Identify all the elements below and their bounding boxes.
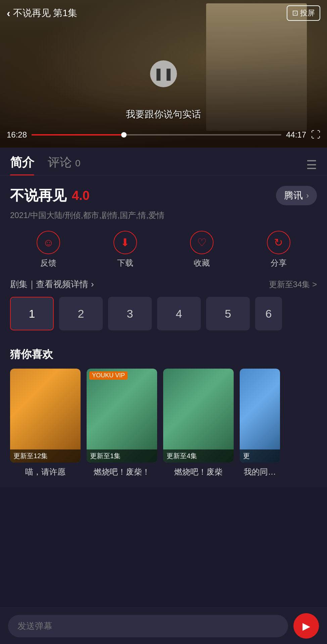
episodes-header: 剧集｜查看视频详情 › 更新至34集 > bbox=[10, 278, 317, 290]
rec-image-2 bbox=[87, 369, 157, 463]
action-buttons: ☺ 反馈 ⬇ 下载 ♡ 收藏 ↻ 分享 bbox=[10, 231, 317, 268]
rec-badge-1: 更新至12集 bbox=[10, 449, 81, 463]
rec-card-4[interactable]: 更 我的同… bbox=[240, 369, 280, 477]
platform-button[interactable]: 腾讯 › bbox=[276, 186, 317, 205]
favorite-icon: ♡ bbox=[190, 231, 214, 254]
comment-count: 0 bbox=[75, 158, 81, 168]
rec-card-2[interactable]: YOUKU VIP 更新至1集 燃烧吧！废柴！ bbox=[87, 369, 157, 477]
progress-track[interactable] bbox=[32, 134, 281, 136]
content-section: 不说再见 4.0 腾讯 › 2021/中国大陆/刑侦,都市,剧情,国产,情,爱情… bbox=[0, 176, 327, 347]
rec-title-3: 燃烧吧！废柴 bbox=[163, 467, 234, 477]
bottom-spacer bbox=[0, 487, 327, 528]
download-button[interactable]: ⬇ 下载 bbox=[113, 231, 137, 268]
episode-grid: 1 2 3 4 5 6 bbox=[10, 297, 317, 330]
platform-label: 腾讯 bbox=[284, 189, 303, 202]
progress-dot bbox=[121, 132, 127, 138]
show-rating: 4.0 bbox=[72, 189, 90, 203]
share-icon: ↻ bbox=[267, 231, 290, 254]
video-player: ‹ 不说再见 第1集 ⊡ 投屏 ❚❚ 我要跟你说句实话 16:28 44:17 … bbox=[0, 0, 327, 148]
comment-icon[interactable]: ☰ bbox=[306, 158, 317, 172]
share-label: 分享 bbox=[271, 258, 287, 268]
show-meta: 2021/中国大陆/刑侦,都市,剧情,国产,情,爱情 bbox=[10, 210, 317, 221]
tab-comment-label: 评论 bbox=[48, 155, 72, 169]
episodes-left-text: 剧集｜查看视频详情 bbox=[10, 278, 88, 290]
back-button[interactable]: ‹ 不说再见 第1集 bbox=[7, 7, 77, 19]
bottom-bar: ▶ bbox=[0, 607, 327, 644]
rec-title-4: 我的同… bbox=[240, 467, 280, 477]
rec-title-2: 燃烧吧！废柴！ bbox=[87, 467, 157, 477]
feedback-label: 反馈 bbox=[40, 258, 56, 268]
total-time: 44:17 bbox=[286, 130, 306, 140]
tab-intro-label: 简介 bbox=[10, 155, 34, 169]
episodes-arrow-icon: › bbox=[91, 279, 94, 289]
rec-image-1 bbox=[10, 369, 81, 463]
rec-badge-3: 更新至4集 bbox=[163, 449, 234, 463]
fullscreen-button[interactable]: ⛶ bbox=[311, 129, 320, 140]
tab-intro[interactable]: 简介 bbox=[10, 154, 34, 175]
pause-button[interactable]: ❚❚ bbox=[150, 60, 177, 87]
progress-fill bbox=[32, 134, 124, 136]
show-title-row: 不说再见 4.0 腾讯 › bbox=[10, 186, 317, 205]
back-arrow-icon: ‹ bbox=[7, 7, 10, 19]
tabs-left: 简介 评论 0 bbox=[10, 154, 81, 175]
favorite-label: 收藏 bbox=[194, 258, 210, 268]
video-top-bar: ‹ 不说再见 第1集 ⊡ 投屏 bbox=[0, 0, 327, 26]
tab-comment[interactable]: 评论 0 bbox=[48, 154, 81, 175]
cast-button[interactable]: ⊡ 投屏 bbox=[287, 5, 320, 21]
favorite-button[interactable]: ♡ 收藏 bbox=[190, 231, 214, 268]
download-icon: ⬇ bbox=[113, 231, 137, 254]
share-button[interactable]: ↻ 分享 bbox=[267, 231, 290, 268]
episode-button-4[interactable]: 4 bbox=[157, 297, 201, 330]
progress-bar-row: 16:28 44:17 ⛶ bbox=[7, 129, 320, 140]
youku-badge-2: YOUKU VIP bbox=[89, 371, 128, 380]
pause-icon: ❚❚ bbox=[153, 67, 174, 81]
feedback-icon: ☺ bbox=[37, 231, 60, 254]
tabs-section: 简介 评论 0 ☰ bbox=[0, 148, 327, 176]
rec-image-3 bbox=[163, 369, 234, 463]
episode-button-5[interactable]: 5 bbox=[206, 297, 250, 330]
rec-thumb-3: 更新至4集 bbox=[163, 369, 234, 463]
episodes-detail-link[interactable]: 剧集｜查看视频详情 › bbox=[10, 278, 94, 290]
chevron-right-icon: › bbox=[306, 191, 309, 200]
episode-button-1[interactable]: 1 bbox=[10, 297, 54, 330]
rec-card-1[interactable]: 更新至12集 喵，请许愿 bbox=[10, 369, 81, 477]
subtitle-text: 我要跟你说句实话 bbox=[126, 108, 201, 121]
current-time: 16:28 bbox=[7, 130, 27, 140]
download-label: 下载 bbox=[117, 258, 133, 268]
send-button[interactable]: ▶ bbox=[293, 613, 319, 639]
feedback-button[interactable]: ☺ 反馈 bbox=[37, 231, 60, 268]
recommendations-grid: 更新至12集 喵，请许愿 YOUKU VIP 更新至1集 燃烧吧！废柴！ 更新至… bbox=[10, 369, 317, 477]
episodes-update-text: 更新至34集 > bbox=[269, 279, 317, 290]
show-title-left: 不说再见 4.0 bbox=[10, 186, 90, 205]
rec-badge-4: 更 bbox=[240, 449, 280, 463]
episode-button-6[interactable]: 6 bbox=[255, 297, 282, 330]
cast-icon: ⊡ bbox=[292, 9, 298, 17]
rec-title-1: 喵，请许愿 bbox=[10, 467, 81, 477]
episode-button-2[interactable]: 2 bbox=[59, 297, 103, 330]
episode-button-3[interactable]: 3 bbox=[108, 297, 152, 330]
rec-thumb-1: 更新至12集 bbox=[10, 369, 81, 463]
video-title: 不说再见 第1集 bbox=[13, 7, 77, 19]
rec-image-4 bbox=[240, 369, 280, 463]
recommendations-title: 猜你喜欢 bbox=[10, 347, 317, 362]
video-controls: 16:28 44:17 ⛶ bbox=[0, 126, 327, 148]
recommendations-section: 猜你喜欢 更新至12集 喵，请许愿 YOUKU VIP 更新至1集 燃烧吧！废柴… bbox=[0, 347, 327, 487]
rec-thumb-4: 更 bbox=[240, 369, 280, 463]
rec-thumb-2: YOUKU VIP 更新至1集 bbox=[87, 369, 157, 463]
cast-label: 投屏 bbox=[300, 8, 315, 18]
send-icon: ▶ bbox=[302, 620, 310, 632]
show-name: 不说再见 bbox=[10, 186, 66, 205]
danmu-input[interactable] bbox=[8, 615, 288, 637]
rec-card-3[interactable]: 更新至4集 燃烧吧！废柴 bbox=[163, 369, 234, 477]
rec-badge-2: 更新至1集 bbox=[87, 449, 157, 463]
